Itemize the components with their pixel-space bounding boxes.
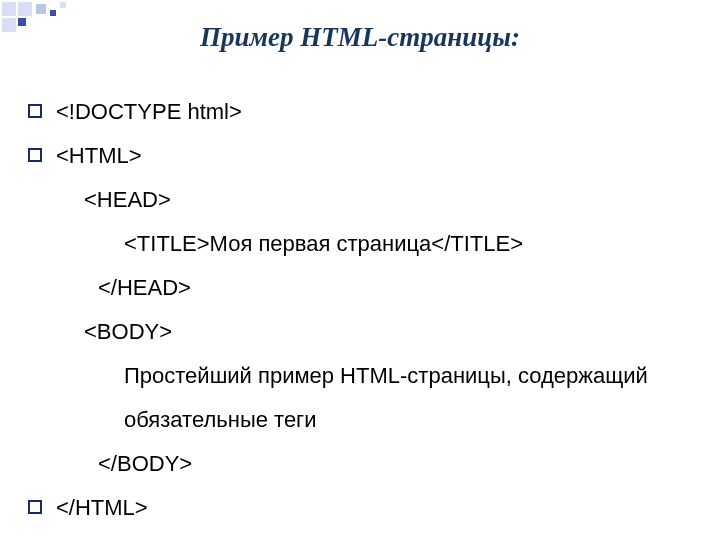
- code-line: <HTML>: [28, 134, 648, 178]
- code-line: </HEAD>: [28, 266, 648, 310]
- code-text: <!DOCTYPE html>: [56, 99, 242, 124]
- bullet-icon: [28, 104, 42, 118]
- code-line: Простейший пример HTML-страницы, содержа…: [28, 354, 648, 398]
- code-text: <HEAD>: [54, 187, 171, 212]
- slide-title: Пример HTML-страницы:: [0, 22, 720, 53]
- code-text: <HTML>: [56, 143, 142, 168]
- code-line: <BODY>: [28, 310, 648, 354]
- code-text: <BODY>: [54, 319, 172, 344]
- code-line: </HTML>: [28, 486, 648, 530]
- code-text: <TITLE>Моя первая страница</TITLE>: [54, 231, 523, 256]
- code-text: обязательные теги: [54, 407, 316, 432]
- code-text: </HEAD>: [54, 275, 191, 300]
- code-text: Простейший пример HTML-страницы, содержа…: [54, 363, 648, 388]
- code-text: </HTML>: [56, 495, 148, 520]
- code-line: </BODY>: [28, 442, 648, 486]
- code-line: обязательные теги: [28, 398, 648, 442]
- code-line: <TITLE>Моя первая страница</TITLE>: [28, 222, 648, 266]
- code-line: <HEAD>: [28, 178, 648, 222]
- code-line: <!DOCTYPE html>: [28, 90, 648, 134]
- bullet-icon: [28, 148, 42, 162]
- bullet-icon: [28, 500, 42, 514]
- html-example-code: <!DOCTYPE html> <HTML> <HEAD> <TITLE>Моя…: [28, 90, 648, 530]
- code-text: </BODY>: [54, 451, 192, 476]
